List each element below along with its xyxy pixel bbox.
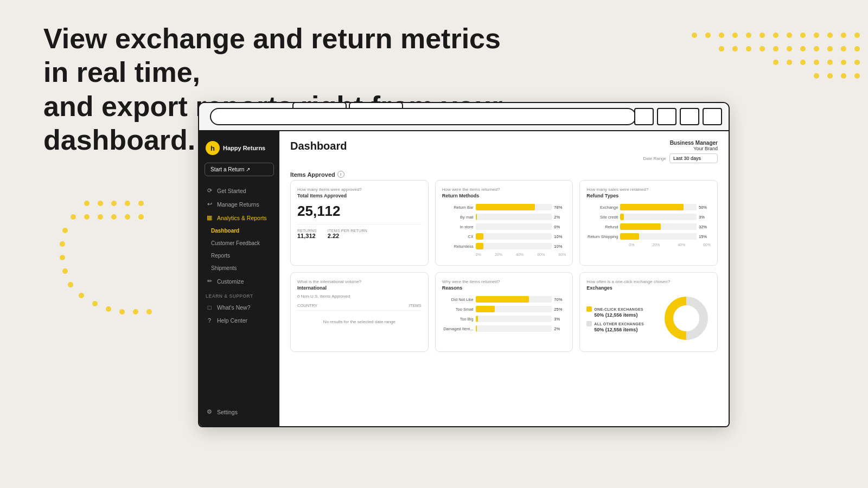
bar-label: Damaged Item... (442, 326, 474, 331)
bar-track (476, 243, 552, 249)
legend-dot-gray (586, 321, 592, 326)
svg-point-36 (125, 201, 130, 206)
svg-point-25 (787, 60, 792, 65)
svg-point-52 (138, 214, 144, 220)
sidebar-item-shipments[interactable]: Shipments (199, 262, 279, 274)
bar-row-refund: Refund 32% (586, 223, 711, 230)
bar-row-return-bar: Return Bar 78% (442, 204, 566, 210)
sidebar-item-customize[interactable]: ✏ Customize (199, 274, 279, 288)
dashboard-label: Dashboard (211, 228, 239, 234)
svg-point-20 (814, 46, 819, 52)
whats-new-icon: □ (206, 304, 213, 311)
returns-value: 11,312 (297, 233, 317, 239)
user-role: Business Manager (643, 140, 718, 146)
bar-track (476, 325, 552, 332)
browser-btn-1[interactable] (634, 108, 654, 125)
bar-label: Return Shopping (586, 234, 618, 239)
reasons-card: Why were the items returned? Reasons Did… (435, 272, 573, 352)
sidebar-item-help-center[interactable]: ? Help Center (199, 314, 279, 327)
svg-point-48 (106, 306, 111, 312)
analytics-icon: ▦ (206, 214, 213, 221)
svg-point-2 (719, 33, 724, 38)
date-range-select[interactable]: Last 30 days Last 7 days Last 90 days Cu… (669, 153, 718, 163)
help-center-label: Help Center (217, 317, 247, 324)
start-return-button[interactable]: Start a Return ↗ (205, 163, 274, 176)
main-content: Dashboard Business Manager Your Brand Da… (279, 131, 729, 426)
svg-point-41 (62, 228, 68, 233)
browser-btn-3[interactable] (680, 108, 699, 125)
svg-point-45 (68, 282, 73, 287)
sidebar-item-whats-new[interactable]: □ What's New? (199, 301, 279, 314)
svg-point-47 (92, 301, 98, 306)
svg-point-1 (705, 33, 711, 38)
bar-label: Too Small (442, 307, 474, 312)
svg-point-51 (146, 309, 152, 314)
customize-label: Customize (217, 278, 244, 285)
svg-point-11 (841, 33, 846, 38)
bar-row-return-shopping: Return Shopping 15% (586, 233, 711, 240)
bar-label: By mail (442, 215, 474, 220)
help-icon: ? (206, 317, 213, 324)
bar-pct: 10% (554, 234, 566, 239)
bar-fill (476, 296, 529, 303)
svg-point-27 (814, 60, 819, 65)
svg-point-5 (760, 33, 765, 38)
bar-pct: 50% (699, 205, 711, 210)
exchanges-card: How often is a one-click exchange chosen… (579, 272, 718, 352)
sidebar-item-reports[interactable]: Reports (199, 249, 279, 262)
svg-point-7 (787, 33, 792, 38)
sidebar-item-manage-returns[interactable]: ↩ Manage Returns (199, 197, 279, 211)
address-bar[interactable] (210, 108, 636, 125)
bar-row-in-store: In store 0% (442, 223, 566, 230)
svg-point-39 (84, 201, 90, 206)
donut-legend: ONE-CLICK EXCHANGES 50% (12,556 items) A… (586, 306, 644, 332)
settings-icon: ⚙ (206, 408, 213, 415)
bar-row-site-credit: Site credit 3% (586, 214, 711, 220)
get-started-icon: ⟳ (206, 187, 213, 194)
svg-point-21 (827, 46, 833, 52)
returns-stat: RETURNS 11,312 (297, 229, 317, 239)
refund-types-title: Refund Types (586, 193, 711, 198)
bar-fill (476, 243, 483, 249)
legend-item-one-click: ONE-CLICK EXCHANGES 50% (12,556 items) (586, 306, 644, 318)
svg-point-50 (133, 309, 138, 314)
sidebar-item-get-started[interactable]: ⟳ Get Started (199, 184, 279, 197)
dashboard-title: Dashboard (290, 140, 347, 152)
bar-fill (620, 223, 661, 230)
total-card-title: Total Items Approved (297, 193, 422, 198)
svg-point-53 (125, 214, 130, 220)
browser-btn-2[interactable] (657, 108, 676, 125)
svg-point-37 (111, 201, 117, 206)
refund-types-question: How many sales were retained? (586, 187, 711, 192)
bar-pct: 3% (699, 215, 711, 220)
bar-track (476, 233, 552, 240)
return-methods-card: How were the items returned? Return Meth… (435, 180, 573, 266)
first-cards-row: How many items were approved? Total Item… (290, 180, 718, 266)
browser-buttons (634, 108, 722, 125)
bar-row-exchange: Exchange 50% (586, 204, 711, 210)
svg-point-55 (98, 214, 103, 220)
exchanges-title: Exchanges (586, 285, 711, 291)
intl-title: International (297, 285, 422, 291)
svg-point-4 (746, 33, 751, 38)
sidebar-item-analytics[interactable]: ▦ Analytics & Reports (199, 211, 279, 224)
bar-pct: 3% (554, 317, 566, 322)
svg-point-16 (760, 46, 765, 52)
svg-point-38 (98, 201, 103, 206)
bar-row-cx: CX 10% (442, 233, 566, 240)
sidebar-item-customer-feedback[interactable]: Customer Feedback (199, 237, 279, 249)
svg-point-35 (138, 201, 144, 206)
browser-btn-4[interactable] (703, 108, 722, 125)
bar-row-too-big: Too Big 3% (442, 316, 566, 322)
bar-pct: 32% (699, 224, 711, 229)
sidebar-settings[interactable]: ⚙ Settings (199, 404, 279, 420)
bar-track (476, 316, 552, 322)
bar-fill (476, 325, 477, 332)
bar-row-did-not-like: Did Not Like 70% (442, 296, 566, 303)
sidebar-item-dashboard[interactable]: Dashboard (199, 224, 279, 237)
shipments-label: Shipments (211, 265, 237, 271)
svg-point-3 (732, 33, 738, 38)
total-items-number: 25,112 (297, 203, 422, 220)
settings-label: Settings (217, 409, 238, 415)
svg-point-31 (814, 73, 819, 79)
